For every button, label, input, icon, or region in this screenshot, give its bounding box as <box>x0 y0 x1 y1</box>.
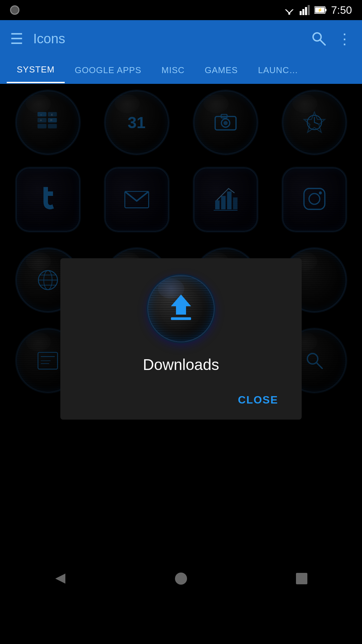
svg-rect-5 <box>305 7 307 15</box>
svg-rect-3 <box>300 11 302 15</box>
svg-rect-8 <box>325 9 326 11</box>
menu-button[interactable]: ☰ <box>10 30 23 47</box>
search-button[interactable] <box>310 30 327 47</box>
status-bar: ⚡ 7:50 <box>0 0 362 20</box>
wifi-icon <box>283 5 296 15</box>
tab-misc[interactable]: MISC <box>152 57 195 83</box>
dialog-overlay: Downloads CLOSE <box>0 84 362 594</box>
downloads-dialog-icon <box>147 275 215 342</box>
svg-rect-32 <box>171 317 191 320</box>
status-bar-right: ⚡ 7:50 <box>283 4 352 16</box>
camera-icon <box>10 5 19 15</box>
app-title: Icons <box>33 31 300 46</box>
more-options-button[interactable]: ⋮ <box>337 30 352 47</box>
tab-launcher[interactable]: LAUNC… <box>248 57 308 83</box>
svg-point-2 <box>288 13 290 15</box>
dialog: Downloads CLOSE <box>60 258 302 420</box>
tab-google-apps[interactable]: GOOGLE APPS <box>65 57 152 83</box>
status-bar-left <box>10 5 19 15</box>
dialog-title: Downloads <box>143 356 219 374</box>
dialog-close-button[interactable]: CLOSE <box>231 390 285 410</box>
app-bar: ☰ Icons ⋮ <box>0 20 362 57</box>
tab-games[interactable]: GAMES <box>195 57 248 83</box>
tab-system[interactable]: SYSTEM <box>7 57 65 83</box>
svg-marker-31 <box>171 294 191 315</box>
dialog-actions: CLOSE <box>77 390 285 410</box>
svg-rect-4 <box>302 9 304 15</box>
svg-text:⚡: ⚡ <box>317 7 322 12</box>
tab-bar: SYSTEM GOOGLE APPS MISC GAMES LAUNC… <box>0 57 362 84</box>
time-display: 7:50 <box>331 4 352 16</box>
svg-rect-6 <box>308 5 310 15</box>
svg-line-12 <box>320 40 325 45</box>
battery-icon: ⚡ <box>314 6 327 14</box>
signal-icon <box>300 5 310 15</box>
